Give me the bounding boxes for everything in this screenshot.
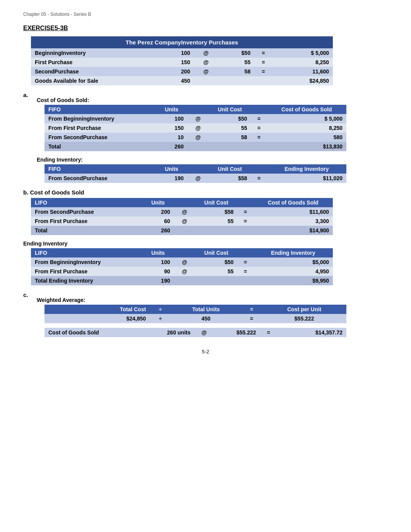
- main-table: The Perez CompanyInventory Purchases Beg…: [31, 36, 333, 85]
- lifo-cogs-header: LIFO Units Unit Cost Cost of Goods Sold: [31, 198, 333, 207]
- fifo-ei-header: FIFO Units Unit Cost Ending Inventory: [45, 164, 346, 174]
- intro-row-2: SecondPurchase 200 @ 58 = 11,600: [31, 67, 333, 76]
- lifo-cogs-row-1: From First Purchase 60 @ 55 = 3,300: [31, 217, 333, 226]
- intro-at-1: @: [194, 58, 218, 67]
- section-c: c. Weighted Average: Total Cost ÷ Total …: [23, 292, 388, 337]
- cogs-label: Cost of Goods Sold:: [37, 97, 388, 103]
- intro-total-3: $24,850: [272, 76, 333, 85]
- intro-total-2: 11,600: [272, 67, 333, 76]
- intro-label-1: First Purchase: [31, 58, 158, 67]
- intro-units-0: 100: [158, 48, 194, 58]
- exercise-title: EXERCISE5-3B: [23, 25, 388, 32]
- wa-cogs-table: Cost of Goods Sold 260 units @ $55.222 =…: [45, 328, 346, 337]
- wa-label: Weighted Average:: [37, 297, 388, 303]
- intro-total-0: $ 5,000: [272, 48, 333, 58]
- section-a-label: a.: [23, 92, 33, 98]
- fifo-cogs-row-2: From SecondPurchase 10 @ 58 = 580: [45, 133, 346, 142]
- intro-row-3: Goods Available for Sale 450 $24,850: [31, 76, 333, 85]
- wa-cogs-row: Cost of Goods Sold 260 units @ $55.222 =…: [45, 328, 346, 337]
- chapter-header: Chapter 05 - Solutions - Series B: [23, 12, 388, 17]
- intro-at-0: @: [194, 48, 218, 58]
- intro-units-2: 200: [158, 67, 194, 76]
- intro-eq-0: =: [254, 48, 272, 58]
- wa-header-row: Total Cost ÷ Total Units = Cost per Unit: [45, 305, 346, 314]
- intro-at-2: @: [194, 67, 218, 76]
- intro-row-0: BeginningInventory 100 @ $50 = $ 5,000: [31, 48, 333, 58]
- wa-table: Total Cost ÷ Total Units = Cost per Unit…: [45, 305, 346, 323]
- intro-row-1: First Purchase 150 @ 55 = 8,250: [31, 58, 333, 67]
- lifo-cogs-row-0: From SecondPurchase 200 @ $58 = $11,600: [31, 207, 333, 217]
- section-c-label: c.: [23, 292, 33, 298]
- intro-price-2: 58: [218, 67, 255, 76]
- lifo-ei-row-1: From First Purchase 90 @ 55 = 4,950: [31, 267, 333, 276]
- lifo-ei-total: Total Ending Inventory 190 $9,950: [31, 276, 333, 285]
- fifo-cogs-total: Total 260 $13,830: [45, 142, 346, 151]
- lifo-ei-row-0: From BeginningInventory 100 @ $50 = $5,0…: [31, 257, 333, 267]
- intro-units-1: 150: [158, 58, 194, 67]
- lifo-cogs-total: Total 260 $14,900: [31, 226, 333, 235]
- main-table-header: The Perez CompanyInventory Purchases: [31, 36, 333, 48]
- fifo-cogs-row-1: From First Purchase 150 @ 55 = 8,250: [45, 123, 346, 133]
- wa-data-row: $24,850 ÷ 450 = $55.222: [45, 314, 346, 323]
- fifo-cogs-header: FIFO Units Unit Cost Cost of Goods Sold: [45, 105, 346, 114]
- main-title: The Perez CompanyInventory Purchases: [31, 36, 333, 48]
- fifo-cogs-row-0: From BeginningInventory 100 @ $50 = $ 5,…: [45, 114, 346, 123]
- intro-total-1: 8,250: [272, 58, 333, 67]
- ending-inventory-label: Ending Inventory:: [37, 157, 388, 163]
- intro-label-3: Goods Available for Sale: [31, 76, 158, 85]
- section-b-label: b. Cost of Goods Sold: [23, 189, 388, 196]
- intro-label-2: SecondPurchase: [31, 67, 158, 76]
- page-number: 5-2: [23, 349, 388, 355]
- fifo-ei-row-0: From SecondPurchase 190 @ $58 = $11,020: [45, 174, 346, 183]
- section-a: a. Cost of Goods Sold: FIFO Units: [23, 92, 388, 183]
- lifo-ei-table: LIFO Units Unit Cost Ending Inventory Fr…: [31, 248, 333, 285]
- intro-price-1: 55: [218, 58, 255, 67]
- lifo-cogs-table: LIFO Units Unit Cost Cost of Goods Sold …: [31, 198, 333, 235]
- intro-eq-2: =: [254, 67, 272, 76]
- lifo-ending-inventory-label: Ending Inventory: [23, 240, 388, 247]
- section-b: b. Cost of Goods Sold LIFO Units Unit Co…: [23, 189, 388, 285]
- intro-eq-1: =: [254, 58, 272, 67]
- intro-label-0: BeginningInventory: [31, 48, 158, 58]
- fifo-ei-table: FIFO Units Unit Cost Ending Inventory Fr…: [45, 164, 346, 183]
- intro-units-3: 450: [158, 76, 194, 85]
- fifo-cogs-table: FIFO Units Unit Cost Cost of Goods Sold …: [45, 105, 346, 151]
- lifo-ei-header: LIFO Units Unit Cost Ending Inventory: [31, 248, 333, 257]
- intro-price-0: $50: [218, 48, 255, 58]
